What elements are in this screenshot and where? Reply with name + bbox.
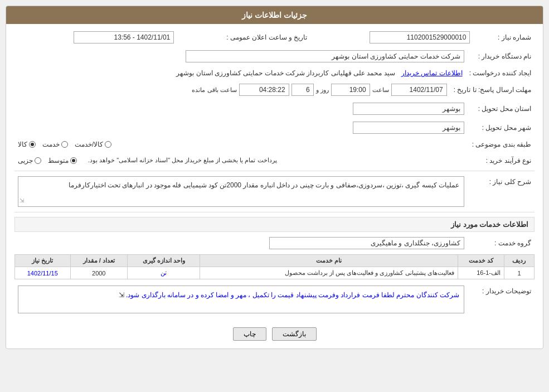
- deadline-date: 1402/11/07: [391, 84, 447, 96]
- category-option-kala-khadamat[interactable]: کالا/خدمت: [75, 141, 111, 148]
- buyer-notes-box: شرکت کنندگان محترم لطفا فرمت فرارداد وفر…: [18, 285, 464, 313]
- deadline-days-label: روز و: [316, 86, 329, 94]
- col-unit: واحد اندازه گیری: [128, 255, 200, 267]
- cell-code: الف-1-16: [458, 267, 504, 279]
- creator-label: ایجاد کننده درخواست :: [466, 67, 535, 79]
- number-value: 1102001529000010: [370, 31, 470, 43]
- city-value: بوشهر: [353, 122, 464, 134]
- announce-value: 1402/11/01 - 13:56: [74, 31, 174, 43]
- province-value: بوشهر: [353, 103, 464, 115]
- category-label-khadamat: خدمت: [42, 141, 60, 148]
- service-group-label: گروه خدمت :: [468, 235, 535, 251]
- creator-value: سید محمد علی قهلیانی کاربرداز شرکت خدمات…: [176, 69, 395, 77]
- deadline-days: 6: [291, 84, 314, 96]
- announce-label: تاریخ و ساعت اعلان عمومی :: [177, 30, 310, 45]
- process-label-small: جزیی: [18, 157, 33, 164]
- description-text: عملیات کیسه گیری ،توزین ،سردوزی،صفافی و …: [18, 176, 464, 207]
- print-button[interactable]: چاپ: [233, 327, 266, 341]
- page-title: جزئیات اطلاعات نیاز: [6, 6, 543, 24]
- deadline-time: 19:00: [331, 84, 370, 96]
- service-group-value: کشاورزی، جنگلداری و ماهیگیری: [269, 237, 464, 249]
- services-table: ردیف کد خدمت نام خدمت واحد اندازه گیری ت…: [14, 254, 535, 279]
- province-label: استان محل تحویل :: [468, 101, 535, 117]
- table-row: 1 الف-1-16 فعالیت‌های پشتیبانی کشاورزی و…: [15, 267, 535, 279]
- process-note: پرداخت تمام یا بخشی از مبلغ خریداز محل "…: [88, 155, 277, 166]
- description-label: شرح کلی نیاز :: [468, 175, 535, 209]
- category-label-kala-khadamat: کالا/خدمت: [75, 141, 103, 148]
- category-label: طبقه بندی موضوعی :: [468, 139, 535, 150]
- category-radio-khadamat: [61, 141, 68, 148]
- process-option-medium[interactable]: متوسط: [48, 157, 77, 164]
- category-radio-kala-khadamat: [105, 141, 111, 148]
- process-option-small[interactable]: جزیی: [18, 157, 41, 164]
- creator-link[interactable]: اطلاعات تماس خریدار: [401, 69, 463, 77]
- department-label: نام دستگاه خریدار :: [468, 49, 535, 64]
- buyer-notes-text: شرکت کنندگان محترم لطفا فرمت فرارداد وفر…: [126, 291, 459, 299]
- deadline-time-label: ساعت: [372, 86, 389, 94]
- cell-name: فعالیت‌های پشتیبانی کشاورزی و فعالیت‌های…: [200, 267, 458, 279]
- deadline-remaining-label: ساعت باقی مانده: [192, 86, 236, 94]
- back-button[interactable]: بازگشت: [272, 327, 317, 341]
- cell-date: 1402/11/15: [15, 267, 71, 279]
- department-value: شرکت خدمات حمایتی کشاورزی استان بوشهر: [186, 50, 464, 62]
- process-label: نوع فرآیند خرید :: [468, 153, 535, 167]
- col-quantity: تعداد / مقدار: [70, 255, 128, 267]
- col-name: نام خدمت: [200, 255, 458, 267]
- category-label-kala: کالا: [18, 141, 27, 148]
- services-section-title: اطلاعات خدمات مورد نیاز: [14, 217, 535, 232]
- category-option-khadamat[interactable]: خدمت: [42, 141, 68, 148]
- cell-unit: تن: [128, 267, 200, 279]
- process-radio-medium: [70, 157, 77, 164]
- category-option-kala[interactable]: کالا: [18, 141, 36, 148]
- cell-row: 1: [504, 267, 534, 279]
- col-date: تاریخ نیاز: [15, 255, 71, 267]
- cell-quantity: 2000: [70, 267, 128, 279]
- deadline-remaining: 04:28:22: [239, 84, 289, 96]
- deadline-label: مهلت ارسال پاسخ: تا تاریخ :: [450, 82, 535, 98]
- col-row: ردیف: [504, 255, 534, 267]
- col-code: کد خدمت: [458, 255, 504, 267]
- process-label-medium: متوسط: [48, 157, 69, 164]
- process-radio-small: [35, 157, 41, 164]
- number-label: شماره نیاز :: [473, 30, 535, 45]
- buyer-notes-label: توضیحات خریدار :: [468, 284, 535, 320]
- city-label: شهر محل تحویل :: [468, 120, 535, 135]
- category-radio-kala: [29, 141, 36, 148]
